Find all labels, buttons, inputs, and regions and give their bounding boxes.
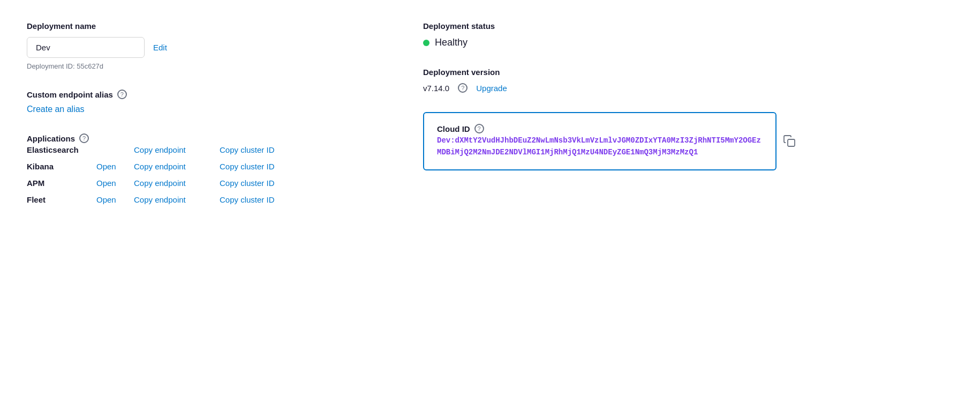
version-help-icon[interactable]: ?	[458, 83, 468, 93]
custom-endpoint-header: Custom endpoint alias ?	[27, 90, 380, 99]
deployment-version-label: Deployment version	[423, 68, 777, 77]
left-column: Deployment name Edit Deployment ID: 55c6…	[27, 21, 380, 204]
app-name: Kibana	[27, 162, 96, 171]
cloud-id-help-icon[interactable]: ?	[474, 124, 484, 133]
app-copy-endpoint-link[interactable]: Copy endpoint	[134, 195, 220, 204]
status-dot-icon	[423, 40, 429, 46]
app-name: APM	[27, 178, 96, 188]
deployment-status-section: Deployment status Healthy	[423, 21, 777, 48]
app-open-cell: Open	[96, 178, 134, 188]
applications-label: Applications	[27, 134, 75, 143]
app-name: Elasticsearch	[27, 145, 96, 154]
deployment-status-label: Deployment status	[423, 21, 777, 31]
app-copy-endpoint-link[interactable]: Copy endpoint	[134, 178, 220, 188]
cloud-id-box: Cloud ID ? Dev:dXMtY2VudHJhbDEuZ2NwLmNsb…	[423, 112, 777, 170]
deployment-name-section: Deployment name Edit Deployment ID: 55c6…	[27, 21, 380, 70]
custom-endpoint-section: Custom endpoint alias ? Create an alias	[27, 90, 380, 114]
cloud-id-container: Cloud ID ? Dev:dXMtY2VudHJhbDEuZ2NwLmNsb…	[423, 112, 777, 170]
app-open-cell: Open	[96, 162, 134, 171]
copy-cloud-id-button[interactable]	[781, 132, 798, 150]
page-layout: Deployment name Edit Deployment ID: 55c6…	[27, 21, 777, 204]
app-name: Fleet	[27, 195, 96, 204]
app-copy-cluster-id-link[interactable]: Copy cluster ID	[220, 162, 305, 171]
upgrade-link[interactable]: Upgrade	[476, 84, 507, 93]
deployment-id-text: Deployment ID: 55c627d	[27, 62, 380, 70]
version-row: v7.14.0 ? Upgrade	[423, 83, 777, 93]
edit-button[interactable]: Edit	[153, 43, 167, 52]
cloud-id-label: Cloud ID	[437, 124, 470, 133]
app-open-link[interactable]: Open	[96, 195, 116, 204]
deployment-name-row: Edit	[27, 37, 380, 58]
table-row: KibanaOpenCopy endpointCopy cluster ID	[27, 162, 380, 171]
applications-header: Applications ?	[27, 133, 380, 143]
app-copy-cluster-id-link[interactable]: Copy cluster ID	[220, 195, 305, 204]
app-open-link[interactable]: Open	[96, 178, 116, 188]
table-row: ElasticsearchCopy endpointCopy cluster I…	[27, 145, 380, 154]
app-copy-endpoint-link[interactable]: Copy endpoint	[134, 162, 220, 171]
deployment-version-section: Deployment version v7.14.0 ? Upgrade	[423, 68, 777, 93]
create-alias-link[interactable]: Create an alias	[27, 105, 85, 114]
table-row: FleetOpenCopy endpointCopy cluster ID	[27, 195, 380, 204]
app-copy-endpoint-link[interactable]: Copy endpoint	[134, 145, 220, 154]
version-value: v7.14.0	[423, 84, 449, 93]
app-open-cell: Open	[96, 195, 134, 204]
applications-table: ElasticsearchCopy endpointCopy cluster I…	[27, 145, 380, 204]
app-copy-cluster-id-link[interactable]: Copy cluster ID	[220, 145, 305, 154]
svg-rect-0	[788, 139, 795, 146]
custom-endpoint-label: Custom endpoint alias	[27, 90, 113, 99]
cloud-id-section: Cloud ID ? Dev:dXMtY2VudHJhbDEuZ2NwLmNsb…	[423, 112, 777, 170]
app-open-link[interactable]: Open	[96, 162, 116, 171]
custom-endpoint-help-icon[interactable]: ?	[117, 90, 127, 99]
status-value: Healthy	[435, 37, 468, 48]
cloud-id-header: Cloud ID ?	[437, 124, 763, 133]
copy-icon	[783, 135, 796, 147]
deployment-name-label: Deployment name	[27, 21, 380, 31]
applications-help-icon[interactable]: ?	[79, 133, 89, 143]
applications-section: Applications ? ElasticsearchCopy endpoin…	[27, 133, 380, 204]
deployment-name-input[interactable]	[27, 37, 145, 58]
app-copy-cluster-id-link[interactable]: Copy cluster ID	[220, 178, 305, 188]
right-column: Deployment status Healthy Deployment ver…	[423, 21, 777, 204]
status-row: Healthy	[423, 37, 777, 48]
table-row: APMOpenCopy endpointCopy cluster ID	[27, 178, 380, 188]
cloud-id-value: Dev:dXMtY2VudHJhbDEuZ2NwLmNsb3VkLmVzLmlv…	[437, 135, 763, 159]
